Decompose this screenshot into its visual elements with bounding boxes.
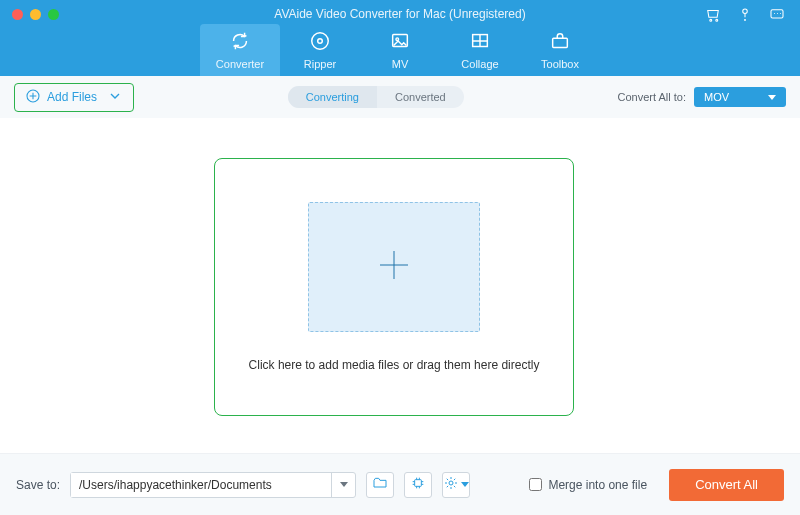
title-bar: AVAide Video Converter for Mac (Unregist… <box>0 0 800 76</box>
convert-all-to: Convert All to: MOV <box>618 87 786 107</box>
picture-icon <box>389 30 411 54</box>
save-path-combo <box>70 472 356 498</box>
merge-checkbox[interactable]: Merge into one file <box>529 478 647 492</box>
sub-toolbar: Add Files Converting Converted Convert A… <box>0 76 800 118</box>
settings-button[interactable] <box>442 472 470 498</box>
merge-label: Merge into one file <box>548 478 647 492</box>
collage-icon <box>469 30 491 54</box>
chevron-down-icon <box>107 88 123 107</box>
app-title: AVAide Video Converter for Mac (Unregist… <box>0 7 800 21</box>
toolbox-icon <box>549 30 571 54</box>
save-path-input[interactable] <box>71 473 331 497</box>
tab-toolbox[interactable]: Toolbox <box>520 24 600 76</box>
svg-point-0 <box>710 19 712 21</box>
svg-point-13 <box>449 481 453 485</box>
folder-open-icon <box>372 475 388 494</box>
tab-label: Collage <box>461 58 498 70</box>
save-to-label: Save to: <box>16 478 60 492</box>
plus-icon <box>374 245 414 289</box>
footer-bar: Save to: Merge into one file Convert All <box>0 453 800 515</box>
svg-point-1 <box>716 19 718 21</box>
svg-point-2 <box>743 9 748 14</box>
gear-icon <box>443 475 459 494</box>
main-area: Click here to add media files or drag th… <box>0 118 800 453</box>
svg-point-5 <box>312 33 329 50</box>
chevron-down-icon <box>768 95 776 100</box>
seg-converted[interactable]: Converted <box>377 86 464 108</box>
output-format-select[interactable]: MOV <box>694 87 786 107</box>
format-value: MOV <box>704 91 729 103</box>
tab-label: Ripper <box>304 58 336 70</box>
main-tabs: Converter Ripper MV Collage Toolbox <box>0 24 800 76</box>
svg-point-6 <box>318 39 323 44</box>
tab-ripper[interactable]: Ripper <box>280 24 360 76</box>
tab-label: Converter <box>216 58 264 70</box>
add-files-label: Add Files <box>47 90 97 104</box>
svg-rect-10 <box>553 38 568 47</box>
plus-circle-icon <box>25 88 41 107</box>
add-files-button[interactable]: Add Files <box>14 83 134 112</box>
conversion-status-tabs: Converting Converted <box>288 86 464 108</box>
seg-converting[interactable]: Converting <box>288 86 377 108</box>
tab-converter[interactable]: Converter <box>200 24 280 76</box>
save-path-dropdown[interactable] <box>331 473 355 497</box>
drop-zone[interactable] <box>308 202 480 332</box>
chevron-down-icon <box>461 482 469 487</box>
tab-label: Toolbox <box>541 58 579 70</box>
refresh-icon <box>229 30 251 54</box>
drop-hint: Click here to add media files or drag th… <box>249 358 540 372</box>
svg-point-3 <box>745 19 746 20</box>
convert-all-to-label: Convert All to: <box>618 91 686 103</box>
merge-checkbox-input[interactable] <box>529 478 542 491</box>
convert-all-button[interactable]: Convert All <box>669 469 784 501</box>
chip-icon <box>410 475 426 494</box>
drop-frame: Click here to add media files or drag th… <box>214 158 574 416</box>
disc-icon <box>309 30 331 54</box>
tab-mv[interactable]: MV <box>360 24 440 76</box>
open-folder-button[interactable] <box>366 472 394 498</box>
svg-rect-12 <box>415 480 422 487</box>
hardware-accel-button[interactable] <box>404 472 432 498</box>
tab-collage[interactable]: Collage <box>440 24 520 76</box>
chevron-down-icon <box>340 482 348 487</box>
tab-label: MV <box>392 58 409 70</box>
